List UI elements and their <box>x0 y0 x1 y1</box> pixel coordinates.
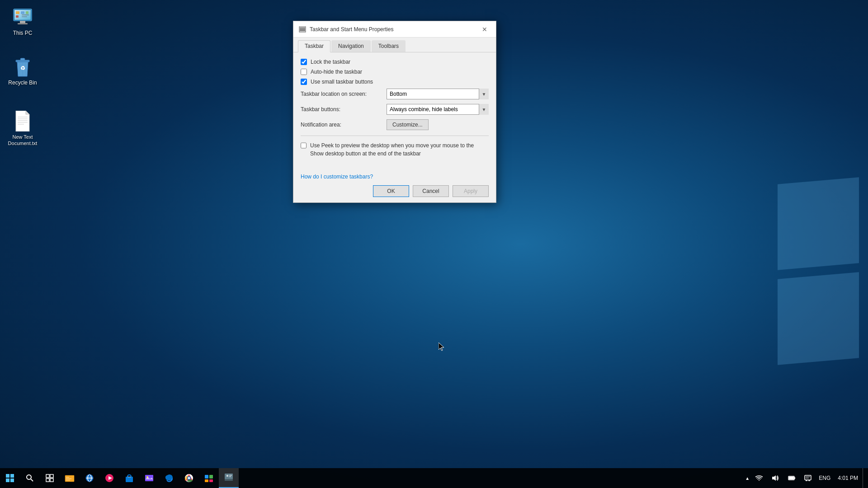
desktop-icon-new-text[interactable]: New Text Document.txt <box>5 108 41 149</box>
peek-section: Use Peek to preview the desktop when you… <box>301 136 489 158</box>
taskbar-buttons-select[interactable]: Always combine, hide labels Combine when… <box>387 104 489 115</box>
taskbar-store[interactable] <box>119 468 139 488</box>
internet-explorer-icon <box>85 473 94 483</box>
taskbar-location-select[interactable]: Bottom Top Left Right <box>387 89 489 99</box>
start-button[interactable] <box>0 468 20 488</box>
taskbar-edge[interactable] <box>159 468 179 488</box>
customize-taskbars-link[interactable]: How do I customize taskbars? <box>301 174 373 180</box>
search-icon <box>26 474 34 482</box>
tray-time: 4:01 PM <box>838 474 858 482</box>
lock-taskbar-row: Lock the taskbar <box>301 59 489 65</box>
svg-rect-12 <box>20 58 25 60</box>
tray-language-button[interactable]: ENG <box>816 468 833 488</box>
apply-button[interactable]: Apply <box>453 185 489 197</box>
tray-network-icon[interactable] <box>751 468 767 488</box>
svg-rect-31 <box>50 479 53 482</box>
taskbar-photos[interactable] <box>139 468 159 488</box>
svg-rect-45 <box>145 475 153 481</box>
edge-icon <box>164 473 174 483</box>
taskbar-buttons-row: Taskbar buttons: Always combine, hide la… <box>301 104 489 115</box>
small-buttons-checkbox[interactable] <box>301 79 307 85</box>
tray-action-center-icon[interactable] <box>800 468 816 488</box>
dialog-title-icon <box>299 26 306 33</box>
peek-label[interactable]: Use Peek to preview the desktop when you… <box>310 141 489 158</box>
taskbar-location-row: Taskbar location on screen: Bottom Top L… <box>301 89 489 99</box>
show-hidden-icons-button[interactable]: ▲ <box>744 468 751 488</box>
tray-power-icon[interactable] <box>783 468 800 488</box>
svg-rect-56 <box>225 479 233 481</box>
tray-volume-icon[interactable] <box>767 468 783 488</box>
dialog-close-button[interactable]: ✕ <box>479 25 491 34</box>
taskbar-file-explorer[interactable] <box>60 468 80 488</box>
svg-rect-59 <box>229 476 231 477</box>
show-desktop-button[interactable] <box>863 468 866 488</box>
svg-rect-57 <box>226 475 228 477</box>
svg-rect-43 <box>126 477 133 482</box>
desktop-icon-recycle-bin[interactable]: ♻ Recycle Bin <box>5 54 41 89</box>
taskbar-pinned-apps <box>60 468 239 488</box>
svg-rect-55 <box>225 474 233 480</box>
volume-icon <box>772 475 779 481</box>
taskbar-properties-app[interactable] <box>219 468 239 488</box>
svg-rect-65 <box>806 480 807 481</box>
svg-rect-30 <box>46 479 49 482</box>
network-icon <box>755 475 763 481</box>
small-buttons-label[interactable]: Use small taskbar buttons <box>311 79 373 85</box>
svg-rect-58 <box>229 475 232 476</box>
svg-rect-25 <box>299 27 306 32</box>
this-pc-label: This PC <box>13 30 33 37</box>
tab-taskbar[interactable]: Taskbar <box>298 40 330 52</box>
peek-row: Use Peek to preview the desktop when you… <box>301 141 489 158</box>
task-view-button[interactable] <box>40 468 60 488</box>
svg-rect-36 <box>66 480 70 480</box>
taskbar-control-panel[interactable] <box>199 468 219 488</box>
this-pc-icon <box>12 6 33 28</box>
svg-rect-64 <box>805 475 811 480</box>
svg-rect-5 <box>16 11 19 14</box>
svg-rect-35 <box>66 479 71 479</box>
auto-hide-label[interactable]: Auto-hide the taskbar <box>311 69 362 75</box>
power-icon <box>788 475 795 481</box>
chrome-icon <box>184 473 194 483</box>
svg-rect-62 <box>794 477 795 479</box>
lock-taskbar-checkbox[interactable] <box>301 59 307 65</box>
svg-rect-10 <box>22 16 27 17</box>
cancel-button[interactable]: Cancel <box>413 185 449 197</box>
svg-rect-8 <box>16 15 19 18</box>
svg-rect-34 <box>66 477 69 478</box>
action-center-icon <box>804 475 811 481</box>
windows-logo-decoration <box>723 181 868 452</box>
taskbar-chrome[interactable] <box>179 468 199 488</box>
auto-hide-row: Auto-hide the taskbar <box>301 69 489 75</box>
tab-toolbars[interactable]: Toolbars <box>372 40 406 52</box>
peek-checkbox[interactable] <box>301 142 307 149</box>
recycle-bin-label: Recycle Bin <box>8 80 37 87</box>
taskbar-buttons-select-wrapper: Always combine, hide labels Combine when… <box>387 104 489 115</box>
text-document-icon <box>12 110 33 132</box>
dialog-buttons-area: OK Cancel Apply <box>293 180 496 202</box>
svg-rect-54 <box>209 479 213 482</box>
svg-rect-9 <box>22 14 29 15</box>
store-icon <box>124 473 134 483</box>
dialog-content: Lock the taskbar Auto-hide the taskbar U… <box>293 52 496 168</box>
notification-area-label: Notification area: <box>301 122 387 128</box>
taskbar-media-player[interactable] <box>99 468 119 488</box>
taskbar-location-select-wrapper: Bottom Top Left Right ▼ <box>387 89 489 99</box>
desktop-icon-this-pc[interactable]: This PC <box>5 5 41 39</box>
lock-taskbar-label[interactable]: Lock the taskbar <box>311 59 350 65</box>
svg-rect-7 <box>26 11 28 14</box>
ok-button[interactable]: OK <box>373 185 409 197</box>
dialog-title-text: Taskbar and Start Menu Properties <box>310 26 479 33</box>
media-player-icon <box>104 473 114 483</box>
file-explorer-icon <box>65 473 75 483</box>
search-button[interactable] <box>20 468 40 488</box>
svg-rect-29 <box>50 474 53 478</box>
svg-rect-53 <box>205 479 208 482</box>
taskbar-internet-explorer[interactable] <box>80 468 99 488</box>
customize-button[interactable]: Customize... <box>387 119 429 130</box>
tray-clock[interactable]: 4:01 PM <box>833 468 863 488</box>
tab-navigation[interactable]: Navigation <box>331 40 371 52</box>
auto-hide-checkbox[interactable] <box>301 69 307 75</box>
taskbar-buttons-label: Taskbar buttons: <box>301 106 387 113</box>
svg-marker-60 <box>772 475 776 481</box>
